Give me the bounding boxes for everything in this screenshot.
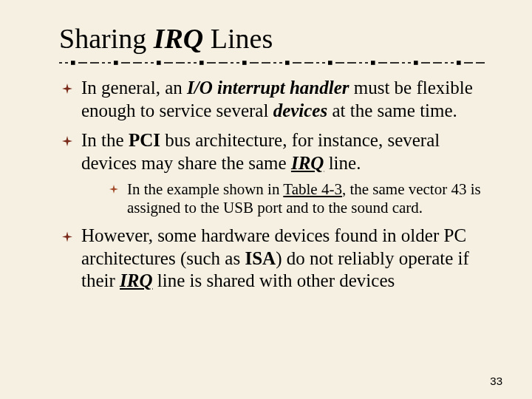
bullet-1-emph-handler: I/O interrupt handler [187, 78, 349, 98]
title-text-pre: Sharing [59, 23, 154, 54]
bullet-3-emph-irq: IRQ [120, 270, 152, 290]
bullet-1-emph-devices: devices [273, 100, 328, 120]
title-divider [59, 59, 488, 66]
bullet-3-text-3: line is shared with other devices [153, 270, 395, 290]
sub-bullet-1-link-table: Table 4-3 [283, 180, 342, 198]
title-irq: IRQ [154, 23, 204, 54]
bullet-2-text: In the [81, 130, 129, 150]
bullet-1-text-3: at the same time. [327, 100, 457, 120]
bullet-list: In general, an I/O interrupt handler mus… [59, 77, 488, 293]
bullet-2-text-3: line. [324, 153, 361, 173]
bullet-3-emph-isa: ISA [245, 248, 276, 268]
slide-title: Sharing IRQ Lines [59, 22, 488, 55]
page-number: 33 [490, 375, 502, 387]
bullet-1-text: In general, an [81, 78, 187, 98]
svg-rect-5 [59, 59, 488, 66]
bullet-3: However, some hardware devices found in … [59, 225, 488, 293]
slide: Sharing IRQ Lines In general, an I/O int… [0, 0, 532, 399]
bullet-2: In the PCI bus architecture, for instanc… [59, 129, 488, 217]
sub-bullet-1-text: In the example shown in [127, 180, 283, 198]
bullet-2-emph-pci: PCI [129, 130, 160, 150]
sub-bullet-list: In the example shown in Table 4-3, the s… [81, 180, 488, 217]
bullet-1: In general, an I/O interrupt handler mus… [59, 77, 488, 122]
sub-bullet-1: In the example shown in Table 4-3, the s… [108, 180, 488, 217]
title-text-post: Lines [203, 23, 273, 54]
bullet-2-emph-irq: IRQ [291, 153, 324, 173]
